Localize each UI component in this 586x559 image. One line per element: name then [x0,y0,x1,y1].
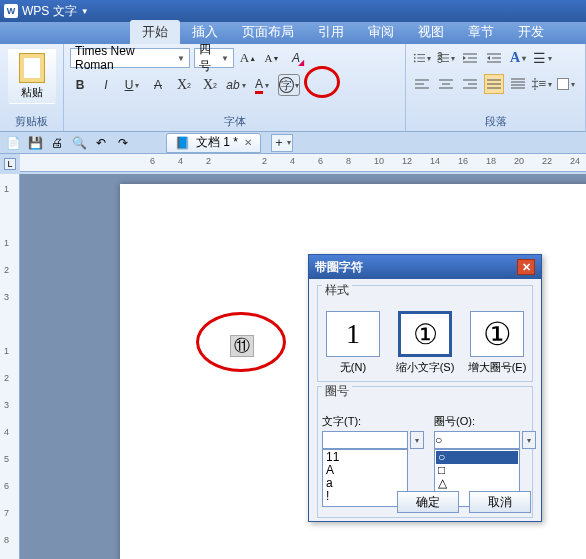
qat-redo-button[interactable]: ↷ [114,134,132,152]
tab-view[interactable]: 视图 [406,20,456,44]
style-caption-shrink: 缩小文字(S) [394,360,456,375]
tab-home[interactable]: 开始 [130,20,180,44]
enclosed-char-glyph: 字 [279,77,294,93]
qat-print-button[interactable]: 🖨 [48,134,66,152]
tab-chapter[interactable]: 章节 [456,20,506,44]
list-item[interactable]: ! [324,490,406,503]
cancel-button[interactable]: 取消 [469,491,531,513]
font-size-select[interactable]: 四号▼ [194,48,234,68]
align-center-button[interactable] [436,74,456,94]
tab-review[interactable]: 审阅 [356,20,406,44]
align-left-button[interactable] [412,74,432,94]
style-group-label: 样式 [322,282,352,299]
grow-font-button[interactable]: A▲ [238,48,258,68]
dialog-close-button[interactable]: ✕ [517,259,535,275]
list-item[interactable]: A [324,464,406,477]
ruler-tick: 10 [374,156,384,166]
enclosed-character-sample: ⑪ [230,335,254,357]
qat-undo-button[interactable]: ↶ [92,134,110,152]
ring-field-label: 圈号(O): [434,414,475,429]
vertical-ruler[interactable]: 112312345678 [0,174,20,559]
group-label-font: 字体 [70,112,399,129]
document-tab-close[interactable]: ✕ [244,137,252,148]
qat-preview-button[interactable]: 🔍 [70,134,88,152]
ruler-tick: 20 [514,156,524,166]
ruler-tick: 4 [290,156,295,166]
qat-new-button[interactable]: 📄 [4,134,22,152]
ruler-tick: 22 [542,156,552,166]
ruler-corner[interactable]: L [4,158,16,170]
list-item[interactable]: 11 [324,451,406,464]
align-distribute-button[interactable] [508,74,528,94]
text-listbox[interactable]: 11 A a ! [322,449,408,507]
document-tab[interactable]: 📘 文档 1 * ✕ [166,133,261,153]
shrink-font-button[interactable]: A▼ [262,48,282,68]
font-name-value: Times New Roman [75,44,175,72]
style-option-none[interactable]: 1 无(N) [322,311,384,375]
superscript-button[interactable]: X2 [174,75,194,95]
bullets-button[interactable]: ▾ [412,48,432,68]
app-menu-dropdown[interactable]: ▼ [81,7,89,16]
align-right-button[interactable] [460,74,480,94]
align-justify-button[interactable] [484,74,504,94]
numbering-button[interactable]: 123▾ [436,48,456,68]
svg-marker-13 [463,56,466,60]
clipboard-icon [19,53,45,83]
subscript-button[interactable]: X2 [200,75,220,95]
list-item[interactable]: □ [436,464,518,477]
doc-icon: 📘 [175,136,190,150]
highlight-button[interactable]: ab▾ [226,75,246,95]
decrease-indent-button[interactable] [460,48,480,68]
paste-label: 粘贴 [21,85,43,100]
style-option-shrink[interactable]: ① 缩小文字(S) [394,311,456,375]
style-caption-none: 无(N) [322,360,384,375]
style-caption-enlarge: 增大圈号(E) [466,360,528,375]
asian-layout-button[interactable]: ☰▾ [532,48,552,68]
underline-button[interactable]: U▾ [122,75,142,95]
bold-button[interactable]: B [70,75,90,95]
enclosed-char-button[interactable]: 字▾ [278,74,300,96]
dialog-title: 带圈字符 [315,259,363,276]
font-name-select[interactable]: Times New Roman▼ [70,48,190,68]
list-item[interactable]: △ [436,477,518,490]
ruler-tick: 2 [4,373,9,383]
ruler-tick: 1 [4,238,9,248]
ruler-tick: 2 [262,156,267,166]
list-item[interactable]: ○ [436,451,518,464]
ruler-tick: 7 [4,508,9,518]
ruler-tick: 12 [402,156,412,166]
italic-button[interactable]: I [96,75,116,95]
qat-save-button[interactable]: 💾 [26,134,44,152]
tab-page-layout[interactable]: 页面布局 [230,20,306,44]
ruler-tick: 4 [178,156,183,166]
paste-button[interactable]: 粘贴 [8,48,56,104]
style-glyph-shrink: ① [398,311,452,357]
svg-point-4 [414,61,416,63]
ring-dropdown[interactable]: ▾ [522,431,536,449]
text-input[interactable] [322,431,408,449]
font-color-button[interactable]: A▾ [252,75,272,95]
ok-button[interactable]: 确定 [397,491,459,513]
text-effects-button[interactable]: A▾ [508,48,528,68]
ruler-tick: 14 [430,156,440,166]
style-option-enlarge[interactable]: ① 增大圈号(E) [466,311,528,375]
clear-format-button[interactable]: A◢ [286,48,306,68]
svg-marker-17 [487,56,490,60]
svg-text:3: 3 [437,54,443,64]
number-group-label: 圈号 [322,383,352,400]
app-logo: W [4,4,18,18]
group-label-clipboard: 剪贴板 [6,112,57,129]
horizontal-ruler[interactable]: 64224681012141618202224 [20,154,586,172]
strikethrough-button[interactable]: A [148,75,168,95]
line-spacing-button[interactable]: ‡≡▾ [532,74,552,94]
text-dropdown[interactable]: ▾ [410,431,424,449]
ruler-tick: 16 [458,156,468,166]
increase-indent-button[interactable] [484,48,504,68]
add-document-tab[interactable]: ＋▾ [271,134,293,152]
ruler-tick: 2 [206,156,211,166]
tab-dev[interactable]: 开发 [506,20,556,44]
shading-button[interactable]: ▾ [556,74,576,94]
ring-input[interactable]: ○ [434,431,520,449]
tab-references[interactable]: 引用 [306,20,356,44]
list-item[interactable]: a [324,477,406,490]
